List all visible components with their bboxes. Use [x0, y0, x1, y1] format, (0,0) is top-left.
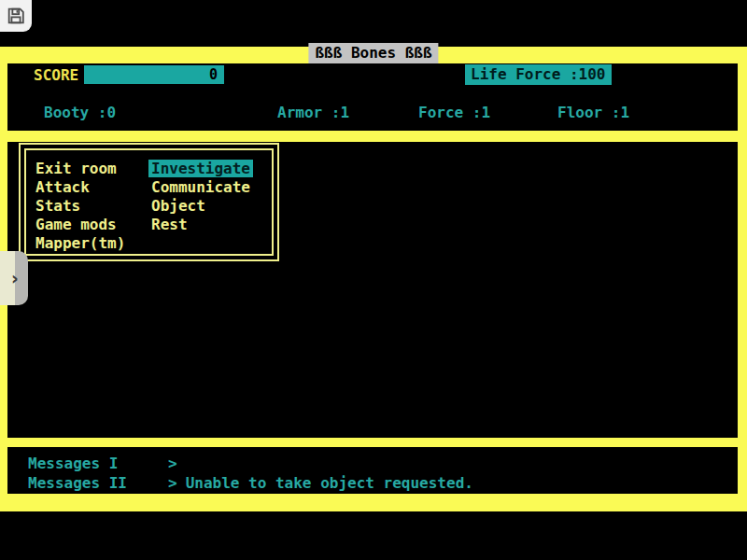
stat-floor: Floor :1 [557, 104, 629, 121]
life-force-badge: Life Force :100 [465, 64, 612, 85]
command-menu: Exit room Attack Stats Game mods Mapper(… [19, 143, 279, 261]
edge-pull-tab-button[interactable]: › [0, 251, 28, 305]
messages-row-1: Messages I > [28, 456, 186, 471]
stat-force: Force :1 [418, 104, 490, 121]
messages-ii-text: Unable to take object requested. [186, 476, 473, 491]
menu-item-attack[interactable]: Attack [35, 178, 151, 197]
menu-item-communicate[interactable]: Communicate [151, 178, 253, 197]
messages-row-2: Messages II > Unable to take object requ… [28, 476, 473, 491]
chevron-right-icon: › [11, 268, 19, 288]
status-header: SCORE : 0 Life Force :100 Booty :0 Armor… [7, 63, 738, 131]
menu-item-stats[interactable]: Stats [35, 197, 151, 216]
menu-item-game-mods[interactable]: Game mods [35, 216, 151, 234]
messages-i-prompt: > [168, 456, 177, 471]
menu-item-object[interactable]: Object [151, 197, 253, 216]
stat-armor: Armor :1 [277, 104, 349, 121]
stat-booty: Booty :0 [44, 104, 116, 121]
command-menu-inner: Exit room Attack Stats Game mods Mapper(… [24, 148, 274, 256]
menu-item-mapper[interactable]: Mapper(tm) [35, 234, 151, 253]
menu-item-rest[interactable]: Rest [151, 216, 253, 234]
menu-item-exit-room[interactable]: Exit room [35, 160, 151, 178]
game-frame: ßßß Bones ßßß SCORE : 0 Life Force :100 … [0, 47, 747, 511]
score-bar: 0 [84, 65, 224, 84]
messages-i-label: Messages I [28, 456, 168, 471]
menu-column-left: Exit room Attack Stats Game mods Mapper(… [35, 160, 151, 254]
messages-ii-label: Messages II [28, 476, 168, 491]
menu-column-right: Investigate Communicate Object Rest [151, 160, 253, 254]
menu-item-investigate[interactable]: Investigate [151, 160, 253, 178]
selected-menu-highlight: Investigate [148, 160, 253, 177]
floppy-disk-icon [6, 6, 26, 26]
score-value: 0 [209, 66, 218, 83]
messages-ii-prompt: > [168, 476, 177, 491]
screen: ßßß Bones ßßß SCORE : 0 Life Force :100 … [0, 0, 747, 560]
game-viewport: Exit room Attack Stats Game mods Mapper(… [7, 142, 738, 438]
save-button[interactable] [0, 0, 32, 32]
game-title: ßßß Bones ßßß [308, 43, 438, 63]
messages-panel: Messages I > Messages II > Unable to tak… [7, 447, 738, 494]
